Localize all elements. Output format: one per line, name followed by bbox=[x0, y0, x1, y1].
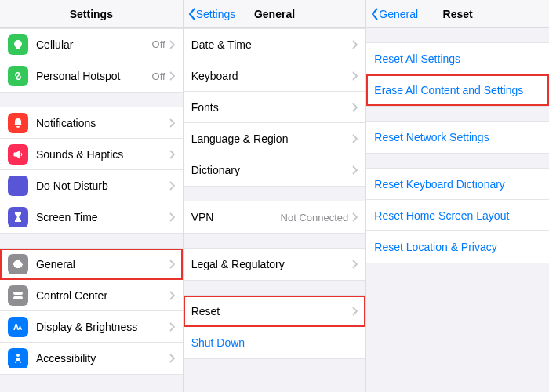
chevron-right-icon bbox=[351, 103, 358, 112]
speaker-icon bbox=[8, 144, 28, 165]
chevron-right-icon bbox=[351, 165, 358, 175]
settings-row[interactable]: Screen Time bbox=[0, 201, 183, 233]
row-value: Off bbox=[152, 38, 165, 50]
row-value: Off bbox=[152, 71, 165, 82]
svg-text:A: A bbox=[18, 325, 22, 331]
settings-row[interactable]: General bbox=[0, 249, 183, 280]
settings-row[interactable]: Notifications bbox=[0, 107, 183, 139]
text-size-icon: AA bbox=[8, 317, 28, 337]
gear-icon bbox=[8, 254, 28, 274]
settings-row[interactable]: Erase All Content and Settings bbox=[366, 74, 549, 106]
settings-row[interactable]: Dictionary bbox=[184, 154, 366, 186]
row-label: Legal & Regulatory bbox=[191, 258, 352, 270]
settings-row[interactable]: AADisplay & Brightness bbox=[0, 311, 183, 343]
navbar: Settings General bbox=[184, 0, 366, 28]
row-label: Reset Keyboard Dictionary bbox=[374, 178, 541, 191]
antenna-icon bbox=[8, 34, 28, 55]
settings-panel: Settings CellularOffPersonal HotspotOff … bbox=[0, 0, 184, 392]
navbar: General Reset bbox=[366, 0, 549, 28]
back-button[interactable]: General bbox=[371, 8, 418, 20]
switches-icon bbox=[8, 285, 28, 306]
row-label: General bbox=[36, 258, 169, 270]
row-label: Personal Hotspot bbox=[36, 70, 152, 82]
navbar-title: Settings bbox=[70, 8, 113, 20]
row-value: Not Connected bbox=[281, 212, 349, 223]
settings-row[interactable]: CellularOff bbox=[0, 29, 183, 60]
settings-row[interactable]: Personal HotspotOff bbox=[0, 60, 183, 92]
chevron-right-icon bbox=[169, 291, 175, 300]
settings-row[interactable]: Do Not Disturb bbox=[0, 170, 183, 201]
bell-icon bbox=[8, 113, 28, 133]
chevron-right-icon bbox=[169, 118, 175, 128]
svg-rect-0 bbox=[13, 292, 23, 295]
chevron-right-icon bbox=[169, 212, 175, 222]
chevron-right-icon bbox=[169, 322, 175, 332]
navbar-title: General bbox=[254, 8, 295, 20]
settings-row[interactable]: Legal & Regulatory bbox=[184, 249, 366, 280]
chevron-right-icon bbox=[169, 40, 175, 49]
link-icon bbox=[8, 66, 28, 86]
row-label: Dictionary bbox=[191, 164, 352, 176]
row-label: Language & Region bbox=[191, 132, 352, 145]
chevron-right-icon bbox=[351, 260, 358, 269]
back-label: Settings bbox=[196, 8, 236, 20]
back-button[interactable]: Settings bbox=[188, 8, 236, 20]
row-label: Date & Time bbox=[191, 38, 352, 51]
row-label: Control Center bbox=[36, 289, 169, 302]
chevron-right-icon bbox=[169, 181, 175, 191]
settings-row[interactable]: Reset Location & Privacy bbox=[366, 231, 549, 263]
reset-panel: General Reset Reset All SettingsErase Al… bbox=[366, 0, 549, 392]
settings-row[interactable]: Reset All Settings bbox=[366, 43, 549, 74]
back-label: General bbox=[379, 8, 418, 20]
chevron-right-icon bbox=[351, 40, 358, 49]
settings-row[interactable]: Shut Down bbox=[184, 327, 366, 358]
row-label: Display & Brightness bbox=[36, 321, 169, 333]
settings-row[interactable]: Date & Time bbox=[184, 29, 366, 60]
chevron-right-icon bbox=[169, 354, 175, 363]
chevron-right-icon bbox=[169, 260, 175, 269]
row-label: Do Not Disturb bbox=[36, 180, 169, 192]
chevron-right-icon bbox=[169, 71, 175, 81]
settings-row[interactable]: Fonts bbox=[184, 92, 366, 123]
svg-point-4 bbox=[16, 354, 20, 357]
row-label: Accessibility bbox=[36, 352, 169, 365]
settings-row[interactable]: Language & Region bbox=[184, 123, 366, 154]
row-label: Reset bbox=[191, 305, 352, 318]
row-label: VPN bbox=[191, 211, 281, 223]
settings-row[interactable]: Reset bbox=[184, 296, 366, 327]
row-label: Sounds & Haptics bbox=[36, 148, 169, 161]
row-label: Shut Down bbox=[191, 336, 358, 349]
hourglass-icon bbox=[8, 207, 28, 227]
settings-row[interactable]: Reset Network Settings bbox=[366, 122, 549, 153]
chevron-right-icon bbox=[351, 134, 358, 143]
row-label: Erase All Content and Settings bbox=[374, 84, 541, 96]
settings-row[interactable]: Reset Home Screen Layout bbox=[366, 200, 549, 231]
chevron-right-icon bbox=[351, 307, 358, 316]
accessibility-icon bbox=[8, 348, 28, 368]
moon-icon bbox=[8, 176, 28, 196]
row-label: Reset Home Screen Layout bbox=[374, 209, 541, 222]
svg-rect-1 bbox=[13, 296, 23, 299]
row-label: Fonts bbox=[191, 101, 352, 114]
navbar-title: Reset bbox=[443, 8, 473, 20]
settings-row[interactable]: Accessibility bbox=[0, 343, 183, 374]
row-label: Reset Location & Privacy bbox=[374, 241, 541, 253]
row-label: Cellular bbox=[36, 38, 152, 51]
row-label: Notifications bbox=[36, 117, 169, 129]
settings-row[interactable]: Control Center bbox=[0, 280, 183, 311]
row-label: Reset All Settings bbox=[374, 53, 541, 65]
chevron-right-icon bbox=[169, 150, 175, 159]
settings-row[interactable]: Reset Keyboard Dictionary bbox=[366, 169, 549, 200]
chevron-right-icon bbox=[351, 71, 358, 81]
settings-row[interactable]: Sounds & Haptics bbox=[0, 139, 183, 170]
row-label: Keyboard bbox=[191, 70, 352, 82]
settings-row[interactable]: Keyboard bbox=[184, 60, 366, 92]
row-label: Screen Time bbox=[36, 211, 169, 223]
chevron-right-icon bbox=[351, 212, 358, 222]
navbar: Settings bbox=[0, 0, 183, 28]
settings-row[interactable]: VPNNot Connected bbox=[184, 201, 366, 233]
general-panel: Settings General Date & TimeKeyboardFont… bbox=[184, 0, 367, 392]
row-label: Reset Network Settings bbox=[374, 131, 541, 143]
